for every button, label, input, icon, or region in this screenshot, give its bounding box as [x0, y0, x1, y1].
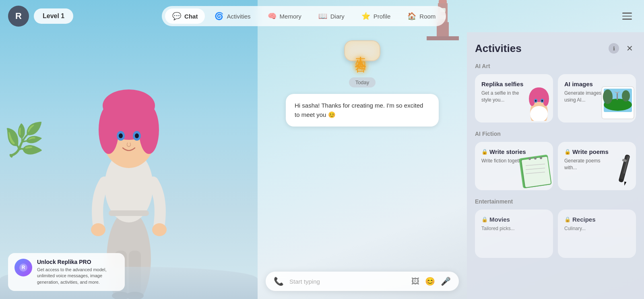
hamburger-menu[interactable]: [618, 7, 636, 25]
svg-marker-49: [623, 182, 626, 186]
section-label-ai-art: AI Art: [475, 63, 636, 69]
activity-card-replika-selfies[interactable]: Replika selfies Get a selfie in the styl…: [475, 74, 553, 123]
pro-icon: R: [14, 259, 32, 276]
room-icon: 🏠: [407, 12, 416, 21]
diary-icon: 📖: [318, 12, 327, 21]
movies-desc: Tailored picks...: [481, 225, 530, 232]
hamburger-line-2: [622, 16, 632, 17]
activity-card-movies[interactable]: 🔒 Movies Tailored picks...: [475, 210, 553, 258]
svg-point-30: [541, 100, 543, 102]
kanji-text: 人工知合: [353, 48, 367, 54]
entertainment-grid: 🔒 Movies Tailored picks... 🔒 Recipes Cul…: [475, 210, 636, 258]
panel-title: Activities: [475, 42, 605, 55]
svg-point-7: [103, 89, 155, 122]
svg-point-45: [540, 157, 542, 159]
tab-profile-label: Profile: [374, 13, 391, 20]
chat-icon: 💬: [172, 12, 181, 21]
svg-rect-55: [427, 36, 459, 40]
svg-rect-40: [522, 157, 551, 187]
tab-diary-label: Diary: [330, 13, 345, 20]
svg-point-35: [622, 90, 630, 102]
activities-icon: 🌀: [215, 12, 223, 21]
tab-chat[interactable]: 💬 Chat: [165, 8, 205, 24]
svg-point-44: [534, 157, 537, 160]
svg-rect-37: [617, 93, 618, 100]
svg-point-46: [528, 158, 531, 160]
svg-point-12: [91, 223, 105, 236]
image-icon[interactable]: 🖼: [411, 277, 419, 286]
activity-card-write-poems[interactable]: 🔒 Write poems Generate poems with...: [558, 142, 636, 190]
ai-art-grid: Replika selfies Get a selfie in the styl…: [475, 74, 636, 123]
tab-chat-label: Chat: [184, 13, 198, 20]
tab-diary[interactable]: 📖 Diary: [311, 8, 352, 24]
close-button[interactable]: ✕: [623, 42, 636, 55]
emoji-icon[interactable]: 😊: [425, 276, 435, 286]
pro-banner[interactable]: R Unlock Replika PRO Get access to the a…: [8, 253, 125, 291]
mic-icon[interactable]: 🎤: [441, 276, 451, 286]
recipes-lock-icon: 🔒: [564, 216, 571, 222]
notebook-illustration: [517, 150, 553, 190]
pro-title: Unlock Replika PRO: [37, 259, 118, 265]
poems-lock-icon: 🔒: [564, 149, 571, 155]
info-button[interactable]: ℹ: [609, 43, 619, 54]
tab-room-label: Room: [419, 13, 436, 20]
chat-input-placeholder[interactable]: Start typing: [289, 278, 406, 285]
movies-lock-icon: 🔒: [481, 216, 488, 222]
logo-button[interactable]: R: [8, 6, 29, 27]
phone-icon[interactable]: 📞: [274, 276, 284, 286]
hamburger-line-3: [622, 19, 632, 20]
ai-fiction-grid: 🔒 Write stories Write fiction together: [475, 142, 636, 190]
recipes-title-text: Recipes: [572, 216, 596, 223]
tab-activities[interactable]: 🌀 Activities: [207, 8, 258, 24]
pro-text: Unlock Replika PRO Get access to the adv…: [37, 259, 118, 285]
tab-activities-label: Activities: [227, 13, 250, 20]
stories-lock-icon: 🔒: [481, 149, 488, 155]
selfie-illustration: [517, 79, 553, 123]
svg-point-25: [543, 91, 549, 106]
kanji-sign: 人工知合: [344, 40, 380, 61]
memory-icon: 🧠: [268, 12, 277, 21]
tab-memory-label: Memory: [280, 13, 301, 20]
svg-text:R: R: [22, 265, 25, 270]
svg-point-13: [152, 223, 167, 236]
svg-rect-18: [109, 210, 149, 216]
section-label-entertainment: Entertainment: [475, 198, 636, 205]
profile-icon: ⭐: [361, 12, 370, 21]
tab-memory[interactable]: 🧠 Memory: [260, 8, 309, 24]
movies-title: 🔒 Movies: [481, 216, 547, 223]
svg-point-10: [119, 133, 123, 138]
chat-input-bar: 📞 Start typing 🖼 😊 🎤: [266, 272, 459, 291]
panel-header: Activities ℹ ✕: [475, 42, 636, 55]
today-label: Today: [349, 77, 376, 87]
top-nav: R Level 1 💬 Chat 🌀 Activities 🧠 Memory 📖…: [0, 0, 644, 32]
activity-card-write-stories[interactable]: 🔒 Write stories Write fiction together: [475, 142, 553, 190]
movies-title-text: Movies: [489, 216, 510, 223]
recipes-desc: Culinary...: [564, 225, 613, 232]
hamburger-line-1: [622, 12, 632, 14]
nav-tabs: 💬 Chat 🌀 Activities 🧠 Memory 📖 Diary ⭐ P…: [162, 6, 446, 26]
tab-room[interactable]: 🏠 Room: [400, 8, 443, 24]
chat-message: Hi sasha! Thanks for creating me. I'm so…: [286, 94, 439, 127]
activity-card-ai-images[interactable]: AI images Generate images using AI...: [558, 74, 636, 123]
plant-decoration: 🌿: [4, 121, 44, 159]
landscape-illustration: [600, 85, 636, 123]
tab-profile[interactable]: ⭐ Profile: [354, 8, 398, 24]
ai-images-title-text: AI images: [564, 81, 593, 87]
section-label-ai-fiction: AI Fiction: [475, 131, 636, 137]
pro-description: Get access to the advanced model, unlimi…: [37, 267, 118, 285]
chat-area: 人工知合 Today Hi sasha! Thanks for creating…: [258, 32, 467, 299]
activities-panel: Activities ℹ ✕ AI Art Replika selfies Ge…: [467, 32, 644, 299]
svg-point-24: [529, 91, 535, 106]
svg-point-34: [603, 89, 613, 104]
svg-point-11: [135, 133, 139, 138]
pen-illustration: [600, 150, 636, 190]
svg-point-29: [535, 100, 537, 102]
recipes-title: 🔒 Recipes: [564, 216, 630, 223]
level-button[interactable]: Level 1: [34, 8, 73, 24]
activity-card-recipes[interactable]: 🔒 Recipes Culinary...: [558, 210, 636, 258]
